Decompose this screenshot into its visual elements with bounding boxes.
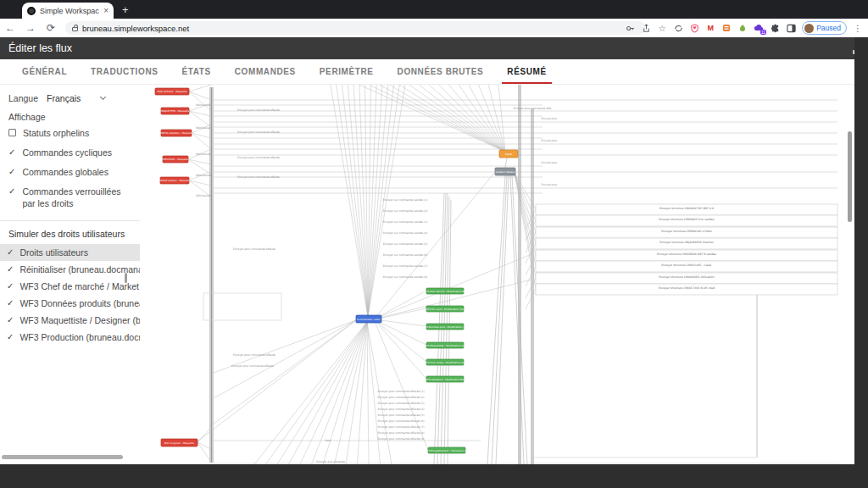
flow-edge — [374, 319, 426, 345]
browser-tab[interactable]: Simple Workspace × — [22, 3, 114, 19]
flow-edge — [189, 92, 211, 111]
flow-label: Envoyer structure CMD84106 s.54bis — [661, 230, 712, 233]
flow-node-label: Commandes / valid. — [357, 318, 381, 321]
share-icon[interactable] — [641, 23, 651, 33]
rights-item[interactable]: ✓WF3 Production (bruneau.docmar — [0, 329, 140, 346]
tab-g-n-ral[interactable]: GÉNÉRAL — [10, 59, 79, 84]
check-icon: ✓ — [7, 298, 14, 308]
flow-edge — [374, 319, 426, 379]
orphan-label: Statuts orphelins — [23, 128, 89, 139]
flow-node-label: WF3 Validation - Modification BAT — [426, 378, 465, 381]
flow-edge — [214, 320, 356, 398]
flow-label: Réinitialiser — [196, 174, 211, 177]
flow-node-label: MAQUETTES - Maquette — [161, 109, 190, 113]
rights-list-scrollbar[interactable] — [125, 273, 127, 283]
orphan-checkbox-row[interactable]: Statuts orphelins — [0, 124, 140, 143]
rights-list: ✓Droits utilisateurs✓Réinitialiser (brun… — [0, 244, 140, 346]
flow-node-label: PHOTO (digitale) - Maquette — [159, 131, 193, 135]
side-panel-icon[interactable] — [786, 23, 796, 33]
flow-edge — [331, 85, 368, 317]
profile-paused-label: Paused — [816, 24, 841, 32]
flow-edge — [370, 85, 505, 152]
flow-label: Exclure pour — [542, 117, 559, 120]
flow-label: Exclure pour — [542, 139, 559, 142]
flow-edge — [189, 92, 211, 100]
flow-node-label: WF3 Prod. finale - Modification (2B) — [424, 361, 465, 364]
flow-label: Envoyer sur commande validée (1) — [383, 198, 428, 202]
check-icon: ✓ — [7, 332, 14, 341]
rights-item[interactable]: ✓WF3 Chef de marché / Market Ma — [0, 278, 140, 295]
flow-label: Envoyer pour commande effacée (7) — [377, 425, 424, 429]
flow-edge — [448, 200, 451, 464]
ext-orange-icon[interactable] — [721, 23, 732, 33]
tab-commandes[interactable]: COMMANDES — [223, 59, 308, 84]
flow-label: Envoyer pour commande effa — [514, 107, 552, 110]
flow-edge — [342, 85, 368, 317]
check-icon: ✓ — [7, 247, 14, 257]
new-tab-button[interactable]: + — [122, 3, 129, 16]
forward-icon[interactable]: → — [20, 22, 41, 34]
tab--tats[interactable]: ÉTATS — [170, 59, 222, 84]
reload-icon[interactable]: ⟳ — [41, 22, 61, 34]
flow-label: Réinitialiser — [196, 126, 211, 130]
language-select[interactable]: Français — [47, 93, 105, 103]
flow-label: Envoyer sur commande validée (4) — [383, 231, 428, 235]
tab-perim-tre[interactable]: PERIMÈTRE — [308, 59, 386, 84]
check-icon: ✓ — [7, 281, 14, 291]
tab-close-icon[interactable]: × — [103, 7, 108, 15]
flow-edge — [277, 322, 367, 464]
toggle-row[interactable]: ✓Commandes cycliques — [0, 143, 140, 163]
flow-edge — [389, 85, 505, 152]
ext-recycle-icon[interactable] — [673, 23, 683, 33]
flow-edge — [266, 322, 368, 464]
flow-label: Envoyer pour commande effacée (5) — [377, 413, 424, 417]
rights-item[interactable]: ✓WF3 Données produits (bruneau.d — [0, 295, 140, 312]
browser-menu-icon[interactable]: ⋮ — [853, 23, 863, 33]
flow-label: Envoyer pour commande effacée — [231, 364, 274, 368]
flow-node-label: PRÉVISUEL - Maquette — [162, 158, 189, 161]
flow-edge — [323, 322, 367, 464]
flow-edge — [374, 291, 426, 319]
rights-item[interactable]: ✓WF3 Maquettiste / Designer (brun — [0, 312, 140, 329]
key-icon[interactable] — [625, 23, 635, 33]
flow-label: Envoyer pour commande effacée (8) — [377, 431, 424, 435]
ext-shield-icon[interactable] — [689, 23, 699, 33]
back-icon[interactable]: ← — [0, 22, 20, 34]
ext-cloud-icon[interactable]: 11 — [754, 23, 764, 33]
flow-edge — [526, 278, 536, 298]
flow-edge — [198, 442, 211, 462]
tab-donn-es-brutes[interactable]: DONNÉES BRUTES — [386, 59, 496, 84]
site-favicon — [27, 7, 36, 15]
tab-title: Simple Workspace — [40, 7, 99, 15]
diagram-scrollbar[interactable] — [848, 131, 852, 222]
toggle-row[interactable]: ✓Commandes globales — [0, 163, 140, 182]
flow-label: Envoyer pour commande effacée (2) — [377, 396, 424, 399]
url-bar[interactable]: bruneau.simpleworkspace.net — [65, 21, 645, 35]
ext-mail-icon[interactable]: M — [705, 23, 715, 33]
flow-edge — [492, 175, 507, 464]
sidebar: Langue Français Affichage Statuts orphel… — [0, 85, 140, 464]
toggle-row[interactable]: ✓Commandes verrouillées par les droits — [0, 182, 140, 213]
tab-traductions[interactable]: TRADUCTIONS — [79, 59, 170, 84]
flow-region — [532, 294, 757, 458]
flow-label: Envoyer sur commande validée (2) — [383, 209, 428, 213]
extensions-puzzle-icon[interactable] — [770, 23, 780, 33]
ext-green-icon[interactable] — [737, 23, 748, 33]
flow-node-label: WF3 Maquettiste - Modification (2A) — [424, 344, 466, 347]
rights-item[interactable]: ✓Droits utilisateurs — [0, 244, 140, 261]
flow-edge — [198, 428, 211, 442]
flow-label: Réinitialiser — [196, 103, 211, 107]
tab-r-sum-[interactable]: RÉSUMÉ — [495, 59, 558, 84]
rights-item[interactable]: ✓Réinitialiser (bruneau.docmanage — [0, 261, 140, 278]
flow-label: Envoyer structure CMJ68-7045 B.GR. Web — [659, 286, 715, 290]
flow-node-label: WF3 En cours - Modification (1A) — [426, 308, 465, 311]
flow-edge — [367, 322, 369, 464]
bookmark-star-icon[interactable]: ☆ — [657, 23, 667, 33]
flow-label: Exclure pour — [542, 161, 559, 164]
url-text: bruneau.simpleworkspace.net — [82, 24, 189, 33]
flow-edge — [439, 85, 505, 152]
profile-paused-pill[interactable]: Paused — [802, 21, 847, 35]
flow-edge — [214, 320, 356, 424]
flow-node-label: WF3 Enregistrement - Impression BAT — [425, 449, 470, 452]
sidebar-hscrollbar[interactable] — [2, 455, 123, 459]
